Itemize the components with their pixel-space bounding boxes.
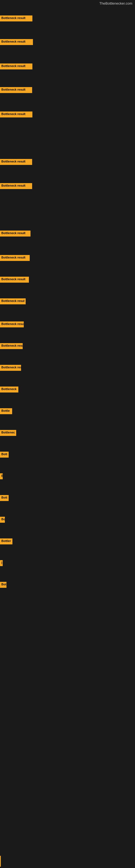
bottleneck-label-2: Bottleneck result [0, 39, 33, 45]
bottleneck-label-12: Bottleneck resu [0, 321, 24, 328]
bottleneck-label-7: Bottleneck result [0, 183, 32, 189]
bottleneck-label-11: Bottleneck resul [0, 299, 26, 304]
bottleneck-label-18: Bott [0, 452, 9, 458]
bottleneck-label-14: Bottleneck res [0, 365, 21, 371]
bottleneck-label-19: B [0, 473, 3, 479]
bottleneck-label-13: Bottleneck resu [0, 343, 23, 349]
bottleneck-label-8: Bottleneck result [0, 230, 31, 237]
bottleneck-label-23: | [0, 560, 3, 566]
bottleneck-label-1: Bottleneck result [0, 16, 32, 22]
chart-line-1 [0, 856, 1, 867]
bottleneck-label-24: Bot [0, 582, 6, 588]
bottleneck-label-22: Bottler [0, 538, 12, 545]
bottleneck-label-3: Bottleneck result [0, 63, 32, 69]
bottleneck-label-5: Bottleneck result [0, 112, 32, 118]
site-title: TheBottlenecker.com [99, 1, 132, 5]
bottleneck-label-16: Bottle [0, 408, 12, 414]
bottleneck-label-10: Bottleneck result [0, 277, 29, 283]
bottleneck-label-9: Bottleneck result [0, 255, 30, 261]
bottleneck-label-20: Bott [0, 495, 9, 501]
bottleneck-label-6: Bottleneck result [0, 159, 32, 165]
bottleneck-label-15: Bottleneck [0, 386, 18, 393]
bottleneck-label-17: Bottlenec [0, 430, 16, 436]
bottleneck-label-4: Bottleneck result [0, 87, 32, 93]
bottleneck-label-21: Bo [0, 517, 5, 523]
